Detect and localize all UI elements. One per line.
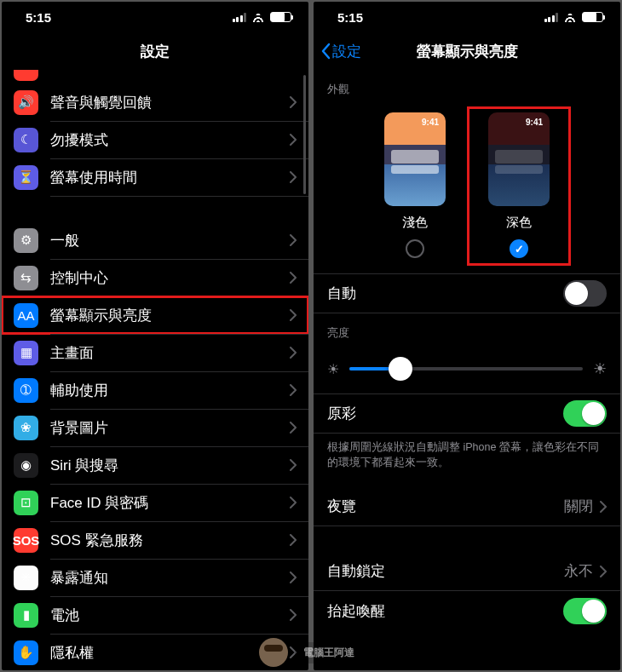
list-item[interactable]: ⊡Face ID 與密碼: [2, 484, 308, 521]
sound-icon: 🔊: [14, 90, 38, 115]
sun-max-icon: ☀︎: [593, 359, 607, 378]
auto-lock-value: 永不: [564, 561, 593, 581]
light-label: 淺色: [402, 215, 428, 231]
textsize-icon: AA: [14, 303, 38, 328]
list-item[interactable]: ⚙︎一般: [2, 221, 308, 259]
cellular-signal-icon: [233, 13, 247, 22]
list-item-label: 暴露通知: [50, 568, 290, 588]
settings-list[interactable]: 🔊聲音與觸覺回饋☾勿擾模式⏳螢幕使用時間 ⚙︎一般⇆控制中心AA螢幕顯示與亮度▦…: [2, 70, 308, 670]
nav-header: 設定: [2, 32, 308, 70]
cellular-signal-icon: [544, 13, 559, 22]
auto-toggle[interactable]: [563, 280, 607, 307]
chevron-right-icon: [290, 646, 297, 658]
list-item[interactable]: 🔊聲音與觸覺回饋: [2, 83, 308, 121]
chevron-left-icon: [320, 43, 331, 60]
list-item[interactable]: AA螢幕顯示與亮度: [2, 296, 308, 334]
raise-to-wake-label: 抬起喚醒: [327, 601, 385, 621]
list-item[interactable]: ◉Siri 與搜尋: [2, 446, 308, 484]
list-item[interactable]: ⏳螢幕使用時間: [2, 158, 308, 196]
list-item-label: 螢幕使用時間: [50, 168, 290, 187]
chevron-right-icon: [290, 347, 297, 359]
grid-icon: ▦: [14, 341, 38, 365]
page-title: 設定: [141, 42, 170, 61]
chevron-right-icon: [600, 501, 607, 513]
brightness-slider[interactable]: [349, 367, 583, 370]
chevron-right-icon: [290, 134, 297, 146]
status-indicators: [233, 12, 292, 22]
list-item[interactable]: SOSSOS 緊急服務: [2, 521, 308, 559]
notifications-icon: [14, 70, 38, 81]
radio-checked-icon[interactable]: [510, 239, 528, 258]
list-item-label: 勿擾模式: [50, 130, 290, 150]
radio-unchecked-icon[interactable]: [406, 239, 424, 258]
list-item-label: 電池: [50, 606, 290, 625]
list-item-label: 螢幕顯示與亮度: [50, 306, 290, 325]
switches-icon: ⇆: [14, 266, 38, 290]
light-preview: 9:41: [384, 112, 446, 206]
scrollbar[interactable]: [303, 75, 306, 194]
page-title: 螢幕顯示與亮度: [417, 42, 518, 61]
sun-min-icon: ☀︎: [327, 361, 339, 377]
chevron-right-icon: [290, 571, 297, 583]
raise-to-wake-toggle[interactable]: [563, 598, 607, 624]
chevron-right-icon: [290, 384, 297, 396]
raise-to-wake-row[interactable]: 抬起喚醒: [314, 591, 620, 630]
list-item[interactable]: ▮電池: [2, 596, 308, 634]
list-item-label: 聲音與觸覺回饋: [50, 93, 290, 112]
night-shift-value: 關閉: [564, 497, 593, 516]
back-button[interactable]: 設定: [320, 42, 361, 61]
nav-header: 設定 螢幕顯示與亮度: [314, 32, 620, 70]
list-item[interactable]: ▦主畫面: [2, 334, 308, 371]
preview-time: 9:41: [526, 118, 543, 127]
list-item[interactable]: ➀輔助使用: [2, 371, 308, 409]
flower-icon: ❀: [14, 416, 38, 440]
auto-lock-row[interactable]: 自動鎖定 永不: [314, 552, 620, 591]
accessibility-icon: ➀: [14, 378, 38, 403]
night-shift-row[interactable]: 夜覽 關閉: [314, 487, 620, 526]
display-brightness-screen: 5:15 設定 螢幕顯示與亮度 外觀 9:41 淺色 9:41: [314, 2, 620, 670]
list-item-label: 輔助使用: [50, 381, 290, 400]
list-item-label: SOS 緊急服務: [50, 531, 290, 550]
list-item[interactable]: [2, 70, 308, 83]
list-item-label: 背景圖片: [50, 418, 290, 438]
chevron-right-icon: [290, 422, 297, 434]
truetone-toggle[interactable]: [563, 400, 607, 427]
auto-appearance-row[interactable]: 自動: [314, 274, 620, 313]
truetone-label: 原彩: [327, 404, 356, 423]
hand-icon: ✋: [14, 640, 38, 665]
brightness-slider-row: ☀︎ ☀︎: [314, 347, 620, 394]
dark-preview: 9:41: [488, 112, 550, 206]
list-item-label: 控制中心: [50, 268, 290, 288]
settings-screen: 5:15 設定 🔊聲音與觸覺回饋☾勿擾模式⏳螢幕使用時間 ⚙︎一般⇆控制中心AA…: [2, 2, 308, 670]
list-item[interactable]: ✋隱私權: [2, 634, 308, 670]
list-item-label: Siri 與搜尋: [50, 456, 290, 475]
list-item-label: Face ID 與密碼: [50, 493, 290, 513]
chevron-right-icon: [290, 609, 297, 621]
truetone-row[interactable]: 原彩: [314, 394, 620, 434]
group-separator: [2, 196, 308, 221]
truetone-footnote: 根據周圍光線狀況自動調整 iPhone 螢幕，讓色彩在不同的環境下都看起來一致。: [314, 434, 620, 487]
appearance-option-dark[interactable]: 9:41 深色: [469, 109, 568, 263]
chevron-right-icon: [290, 234, 297, 246]
wifi-icon: [563, 12, 577, 22]
status-bar: 5:15: [314, 2, 620, 32]
night-shift-label: 夜覽: [327, 497, 356, 516]
chevron-right-icon: [290, 534, 297, 546]
appearance-selector: 9:41 淺色 9:41 深色: [314, 104, 620, 274]
list-item[interactable]: ☾勿擾模式: [2, 121, 308, 158]
exposure-icon: ✳︎: [14, 566, 38, 590]
section-header-brightness: 亮度: [314, 313, 620, 347]
list-item-label: 一般: [50, 231, 290, 250]
list-item[interactable]: ✳︎暴露通知: [2, 559, 308, 596]
appearance-option-light[interactable]: 9:41 淺色: [384, 112, 446, 258]
battery-icon: [270, 12, 291, 22]
list-item[interactable]: ⇆控制中心: [2, 259, 308, 296]
list-item-label: 隱私權: [50, 643, 290, 663]
moon-icon: ☾: [14, 128, 38, 152]
wifi-icon: [251, 12, 265, 22]
chevron-right-icon: [290, 459, 297, 471]
chevron-right-icon: [290, 171, 297, 183]
list-item[interactable]: ❀背景圖片: [2, 409, 308, 446]
chevron-right-icon: [290, 96, 297, 108]
auto-lock-label: 自動鎖定: [327, 561, 385, 581]
